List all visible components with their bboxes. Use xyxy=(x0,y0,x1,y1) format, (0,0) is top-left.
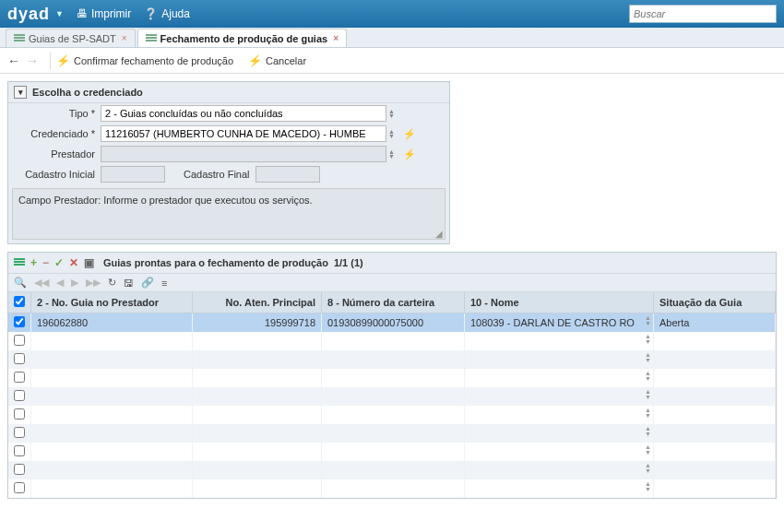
cell-situacao[interactable]: Aberta xyxy=(654,313,776,332)
collapse-toggle[interactable]: ▾ xyxy=(14,86,27,99)
cell-guia[interactable]: 196062880 xyxy=(31,313,193,332)
cell-nome[interactable]: 108039 - DARLAN DE CASTRO RO▲▼ xyxy=(465,313,654,332)
credenciado-label: Credenciado * xyxy=(8,128,101,139)
action-bar: ← → ⚡ Confirmar fechamento de produção ⚡… xyxy=(0,48,784,74)
close-icon[interactable]: × xyxy=(122,33,127,43)
cell-carteira[interactable]: 01930899000075000 xyxy=(322,313,465,332)
refresh-icon[interactable]: ↻ xyxy=(108,277,116,289)
cell-spinner[interactable]: ▲▼ xyxy=(645,426,651,437)
confirm-row-button[interactable]: ✓ xyxy=(54,256,64,269)
cell-aten[interactable]: 195999718 xyxy=(193,313,322,332)
app-logo: dyad xyxy=(7,5,50,24)
row-checkbox[interactable] xyxy=(14,408,25,420)
search-container xyxy=(629,5,777,23)
add-row-button[interactable]: + xyxy=(30,256,37,269)
table-row[interactable]: ▲▼ xyxy=(8,424,776,443)
tipo-input[interactable] xyxy=(101,105,386,122)
doc-button[interactable]: ▣ xyxy=(84,256,94,269)
table-row[interactable]: ▲▼ xyxy=(8,443,776,461)
row-checkbox[interactable] xyxy=(14,372,25,383)
bolt-icon: ⚡ xyxy=(56,54,70,67)
top-bar: dyad ▼ 🖶 Imprimir ❔ Ajuda xyxy=(0,0,784,28)
prev-page-icon[interactable]: ◀ xyxy=(56,277,64,289)
row-checkbox[interactable] xyxy=(14,335,25,346)
panel-title: Escolha o credenciado xyxy=(32,87,143,98)
col-guia-prestador[interactable]: 2 - No. Guia no Prestador xyxy=(31,292,193,313)
col-nome[interactable]: 10 - Nome xyxy=(465,292,654,313)
row-checkbox[interactable] xyxy=(14,390,25,401)
table-row[interactable]: ▲▼ xyxy=(8,479,776,498)
resize-handle[interactable]: ◢ xyxy=(435,229,443,239)
export-icon[interactable]: 🖫 xyxy=(124,278,134,289)
cadastro-inicial-label: Cadastro Inicial xyxy=(8,169,101,180)
grid-title: Guias prontas para o fechamento de produ… xyxy=(103,257,328,268)
table-row[interactable]: ▲▼ xyxy=(8,332,776,350)
row-tipo: Tipo * ▲▼ xyxy=(8,103,449,124)
first-page-icon[interactable]: ◀◀ xyxy=(34,277,49,289)
tab-label: Guias de SP-SADT xyxy=(29,33,116,44)
cell-spinner[interactable]: ▲▼ xyxy=(645,463,651,474)
cell-spinner[interactable]: ▲▼ xyxy=(645,389,651,400)
bolt-icon: ⚡ xyxy=(248,54,262,67)
col-numero-carteira[interactable]: 8 - Número da carteira xyxy=(322,292,465,313)
table-row[interactable]: ▲▼ xyxy=(8,461,776,479)
table-row[interactable]: ▲▼ xyxy=(8,369,776,387)
row-checkbox[interactable] xyxy=(14,482,25,493)
cell-spinner[interactable]: ▲▼ xyxy=(645,315,651,326)
prestador-input[interactable] xyxy=(101,146,386,162)
tab-fechamento[interactable]: Fechamento de produção de guias × xyxy=(137,29,347,47)
cadastro-final-input[interactable] xyxy=(255,166,320,183)
prestador-label: Prestador xyxy=(8,148,101,160)
cell-spinner[interactable]: ▲▼ xyxy=(645,334,651,345)
cancel-row-button[interactable]: ✕ xyxy=(69,256,78,269)
form-panel: ▾ Escolha o credenciado Tipo * ▲▼ Creden… xyxy=(7,81,450,244)
search-input[interactable] xyxy=(629,5,777,23)
nav-forward-button[interactable]: → xyxy=(26,53,39,68)
nav-back-button[interactable]: ← xyxy=(7,53,20,68)
table-row[interactable]: ▲▼ xyxy=(8,406,776,424)
col-aten-principal[interactable]: No. Aten. Principal xyxy=(193,292,322,313)
credenciado-action-icon[interactable]: ⚡ xyxy=(403,128,416,140)
tab-guias-sp-sadt[interactable]: Guias de SP-SADT × xyxy=(6,29,136,47)
credenciado-spinner[interactable]: ▲▼ xyxy=(388,129,399,138)
cell-spinner[interactable]: ▲▼ xyxy=(645,444,651,455)
link-icon[interactable]: 🔗 xyxy=(141,277,154,289)
remove-row-button[interactable]: − xyxy=(42,256,49,269)
list-view-icon[interactable] xyxy=(14,258,25,267)
app-menu-dropdown[interactable]: ▼ xyxy=(55,9,64,18)
prestador-action-icon[interactable]: ⚡ xyxy=(403,148,416,160)
next-page-icon[interactable]: ▶ xyxy=(71,277,78,289)
table-row[interactable]: ▲▼ xyxy=(8,387,776,406)
row-checkbox[interactable] xyxy=(14,445,25,456)
help-label: Ajuda xyxy=(161,7,190,20)
table-row[interactable]: ▲▼ xyxy=(8,350,776,369)
tipo-spinner[interactable]: ▲▼ xyxy=(388,109,399,118)
credenciado-input[interactable] xyxy=(101,125,386,142)
cell-spinner[interactable]: ▲▼ xyxy=(645,408,651,419)
row-checkbox[interactable] xyxy=(14,353,25,364)
close-icon[interactable]: × xyxy=(333,33,339,43)
confirm-button[interactable]: ⚡ Confirmar fechamento de produção xyxy=(56,54,233,67)
checkbox-header[interactable] xyxy=(8,292,31,313)
last-page-icon[interactable]: ▶▶ xyxy=(86,277,101,289)
select-all-checkbox[interactable] xyxy=(14,296,25,307)
help-button[interactable]: ❔ Ajuda xyxy=(144,7,190,20)
row-checkbox[interactable] xyxy=(14,316,25,327)
help-text-box: Campo Prestador: Informe o prestador que… xyxy=(12,188,445,240)
row-checkbox[interactable] xyxy=(14,464,25,475)
cell-spinner[interactable]: ▲▼ xyxy=(645,352,651,363)
col-situacao[interactable]: Situação da Guia xyxy=(654,292,776,313)
cadastro-inicial-input[interactable] xyxy=(101,166,165,183)
prestador-spinner[interactable]: ▲▼ xyxy=(388,149,399,159)
cell-spinner[interactable]: ▲▼ xyxy=(645,371,651,382)
menu-icon[interactable]: ≡ xyxy=(161,278,167,289)
row-checkbox[interactable] xyxy=(14,427,25,438)
list-icon xyxy=(14,34,25,43)
cancel-button[interactable]: ⚡ Cancelar xyxy=(248,54,306,67)
search-grid-icon[interactable]: 🔍 xyxy=(14,277,27,289)
print-button[interactable]: 🖶 Imprimir xyxy=(77,7,131,20)
row-credenciado: Credenciado * ▲▼ ⚡ xyxy=(8,124,449,144)
cell-spinner[interactable]: ▲▼ xyxy=(645,481,651,492)
grid-panel: + − ✓ ✕ ▣ Guias prontas para o fechament… xyxy=(7,252,777,499)
table-row[interactable]: 196062880 195999718 01930899000075000 10… xyxy=(8,313,776,332)
